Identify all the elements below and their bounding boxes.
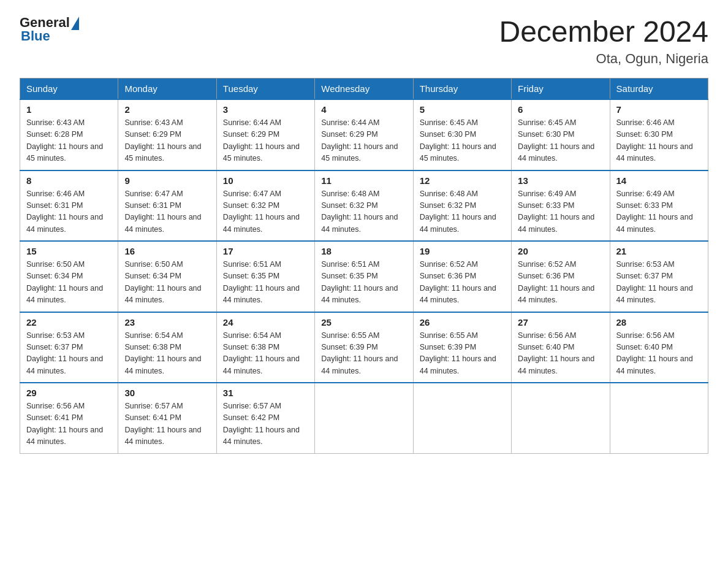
title-block: December 2024 Ota, Ogun, Nigeria <box>499 15 708 67</box>
day-info: Sunrise: 6:49 AMSunset: 6:33 PMDaylight:… <box>518 188 603 236</box>
day-number: 15 <box>26 246 112 256</box>
calendar-weekday-saturday: Saturday <box>610 79 708 100</box>
page-header: General Blue December 2024 Ota, Ogun, Ni… <box>20 15 708 67</box>
calendar-cell: 26 Sunrise: 6:55 AMSunset: 6:39 PMDaylig… <box>413 312 511 383</box>
day-number: 23 <box>124 317 210 327</box>
calendar-cell: 30 Sunrise: 6:57 AMSunset: 6:41 PMDaylig… <box>118 383 216 453</box>
day-number: 29 <box>26 388 112 398</box>
day-number: 21 <box>616 246 702 256</box>
day-info: Sunrise: 6:45 AMSunset: 6:30 PMDaylight:… <box>420 117 505 165</box>
day-number: 5 <box>420 104 505 115</box>
day-info: Sunrise: 6:53 AMSunset: 6:37 PMDaylight:… <box>616 259 702 307</box>
calendar-cell: 23 Sunrise: 6:54 AMSunset: 6:38 PMDaylig… <box>118 312 216 383</box>
day-info: Sunrise: 6:52 AMSunset: 6:36 PMDaylight:… <box>420 259 505 307</box>
day-number: 9 <box>124 175 210 186</box>
day-info: Sunrise: 6:54 AMSunset: 6:38 PMDaylight:… <box>223 330 308 378</box>
day-number: 30 <box>124 388 210 398</box>
calendar-cell: 17 Sunrise: 6:51 AMSunset: 6:35 PMDaylig… <box>216 241 314 312</box>
calendar-cell: 20 Sunrise: 6:52 AMSunset: 6:36 PMDaylig… <box>512 241 610 312</box>
logo-triangle-icon <box>71 17 79 30</box>
calendar-cell <box>610 383 708 453</box>
calendar-cell: 18 Sunrise: 6:51 AMSunset: 6:35 PMDaylig… <box>315 241 413 312</box>
calendar-table: SundayMondayTuesdayWednesdayThursdayFrid… <box>20 78 708 454</box>
day-info: Sunrise: 6:51 AMSunset: 6:35 PMDaylight:… <box>321 259 406 307</box>
calendar-cell: 28 Sunrise: 6:56 AMSunset: 6:40 PMDaylig… <box>610 312 708 383</box>
calendar-weekday-thursday: Thursday <box>413 79 511 100</box>
calendar-cell: 2 Sunrise: 6:43 AMSunset: 6:29 PMDayligh… <box>118 99 216 170</box>
day-info: Sunrise: 6:57 AMSunset: 6:42 PMDaylight:… <box>223 400 308 448</box>
day-info: Sunrise: 6:50 AMSunset: 6:34 PMDaylight:… <box>124 259 210 307</box>
calendar-cell: 4 Sunrise: 6:44 AMSunset: 6:29 PMDayligh… <box>315 99 413 170</box>
day-number: 24 <box>223 317 308 327</box>
day-info: Sunrise: 6:55 AMSunset: 6:39 PMDaylight:… <box>420 330 505 378</box>
day-info: Sunrise: 6:48 AMSunset: 6:32 PMDaylight:… <box>321 188 406 236</box>
day-number: 13 <box>518 175 603 186</box>
day-number: 25 <box>321 317 406 327</box>
calendar-week-row: 15 Sunrise: 6:50 AMSunset: 6:34 PMDaylig… <box>20 241 708 312</box>
calendar-cell: 12 Sunrise: 6:48 AMSunset: 6:32 PMDaylig… <box>413 170 511 242</box>
calendar-weekday-tuesday: Tuesday <box>216 79 314 100</box>
day-number: 7 <box>616 104 702 115</box>
day-number: 16 <box>124 246 210 256</box>
calendar-cell: 21 Sunrise: 6:53 AMSunset: 6:37 PMDaylig… <box>610 241 708 312</box>
day-number: 12 <box>420 175 505 186</box>
day-number: 18 <box>321 246 406 256</box>
day-number: 19 <box>420 246 505 256</box>
calendar-cell: 25 Sunrise: 6:55 AMSunset: 6:39 PMDaylig… <box>315 312 413 383</box>
calendar-cell: 6 Sunrise: 6:45 AMSunset: 6:30 PMDayligh… <box>512 99 610 170</box>
day-number: 27 <box>518 317 603 327</box>
day-info: Sunrise: 6:56 AMSunset: 6:40 PMDaylight:… <box>616 330 702 378</box>
calendar-cell <box>315 383 413 453</box>
calendar-cell: 3 Sunrise: 6:44 AMSunset: 6:29 PMDayligh… <box>216 99 314 170</box>
calendar-cell: 19 Sunrise: 6:52 AMSunset: 6:36 PMDaylig… <box>413 241 511 312</box>
calendar-week-row: 22 Sunrise: 6:53 AMSunset: 6:37 PMDaylig… <box>20 312 708 383</box>
calendar-week-row: 29 Sunrise: 6:56 AMSunset: 6:41 PMDaylig… <box>20 383 708 453</box>
calendar-cell: 9 Sunrise: 6:47 AMSunset: 6:31 PMDayligh… <box>118 170 216 242</box>
calendar-cell: 16 Sunrise: 6:50 AMSunset: 6:34 PMDaylig… <box>118 241 216 312</box>
calendar-cell: 7 Sunrise: 6:46 AMSunset: 6:30 PMDayligh… <box>610 99 708 170</box>
calendar-weekday-monday: Monday <box>118 79 216 100</box>
day-info: Sunrise: 6:47 AMSunset: 6:31 PMDaylight:… <box>124 188 210 236</box>
calendar-cell: 5 Sunrise: 6:45 AMSunset: 6:30 PMDayligh… <box>413 99 511 170</box>
logo-blue-text: Blue <box>21 28 50 44</box>
day-info: Sunrise: 6:53 AMSunset: 6:37 PMDaylight:… <box>26 330 112 378</box>
calendar-week-row: 8 Sunrise: 6:46 AMSunset: 6:31 PMDayligh… <box>20 170 708 242</box>
logo: General Blue <box>20 15 79 44</box>
calendar-week-row: 1 Sunrise: 6:43 AMSunset: 6:28 PMDayligh… <box>20 99 708 170</box>
day-number: 8 <box>26 175 112 186</box>
day-info: Sunrise: 6:49 AMSunset: 6:33 PMDaylight:… <box>616 188 702 236</box>
page-subtitle: Ota, Ogun, Nigeria <box>499 51 708 67</box>
day-number: 17 <box>223 246 308 256</box>
calendar-weekday-wednesday: Wednesday <box>315 79 413 100</box>
day-number: 20 <box>518 246 603 256</box>
day-number: 10 <box>223 175 308 186</box>
day-number: 26 <box>420 317 505 327</box>
calendar-weekday-sunday: Sunday <box>20 79 118 100</box>
calendar-cell: 22 Sunrise: 6:53 AMSunset: 6:37 PMDaylig… <box>20 312 118 383</box>
page-title: December 2024 <box>499 15 708 48</box>
day-number: 1 <box>26 104 112 115</box>
day-info: Sunrise: 6:57 AMSunset: 6:41 PMDaylight:… <box>124 400 210 448</box>
calendar-cell <box>512 383 610 453</box>
day-number: 3 <box>223 104 308 115</box>
day-info: Sunrise: 6:46 AMSunset: 6:31 PMDaylight:… <box>26 188 112 236</box>
calendar-cell: 1 Sunrise: 6:43 AMSunset: 6:28 PMDayligh… <box>20 99 118 170</box>
day-number: 2 <box>124 104 210 115</box>
day-info: Sunrise: 6:55 AMSunset: 6:39 PMDaylight:… <box>321 330 406 378</box>
day-info: Sunrise: 6:47 AMSunset: 6:32 PMDaylight:… <box>223 188 308 236</box>
day-info: Sunrise: 6:44 AMSunset: 6:29 PMDaylight:… <box>223 117 308 165</box>
calendar-cell: 27 Sunrise: 6:56 AMSunset: 6:40 PMDaylig… <box>512 312 610 383</box>
day-info: Sunrise: 6:51 AMSunset: 6:35 PMDaylight:… <box>223 259 308 307</box>
calendar-cell: 15 Sunrise: 6:50 AMSunset: 6:34 PMDaylig… <box>20 241 118 312</box>
day-info: Sunrise: 6:52 AMSunset: 6:36 PMDaylight:… <box>518 259 603 307</box>
day-info: Sunrise: 6:46 AMSunset: 6:30 PMDaylight:… <box>616 117 702 165</box>
calendar-cell: 29 Sunrise: 6:56 AMSunset: 6:41 PMDaylig… <box>20 383 118 453</box>
day-number: 31 <box>223 388 308 398</box>
calendar-cell: 11 Sunrise: 6:48 AMSunset: 6:32 PMDaylig… <box>315 170 413 242</box>
day-number: 4 <box>321 104 406 115</box>
day-number: 14 <box>616 175 702 186</box>
day-info: Sunrise: 6:44 AMSunset: 6:29 PMDaylight:… <box>321 117 406 165</box>
day-number: 11 <box>321 175 406 186</box>
day-info: Sunrise: 6:45 AMSunset: 6:30 PMDaylight:… <box>518 117 603 165</box>
calendar-cell: 8 Sunrise: 6:46 AMSunset: 6:31 PMDayligh… <box>20 170 118 242</box>
